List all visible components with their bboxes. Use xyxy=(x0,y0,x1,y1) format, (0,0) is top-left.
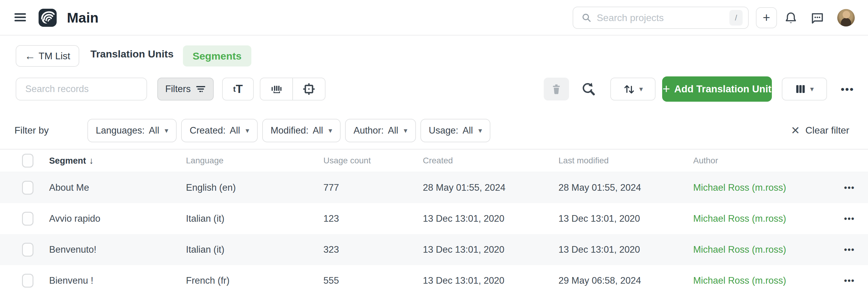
trash-icon xyxy=(550,83,563,95)
usage-count-cell: 555 xyxy=(323,275,339,286)
create-new-button[interactable]: + xyxy=(756,7,777,28)
row-checkbox[interactable] xyxy=(22,274,33,288)
toolbar: Filters tT xyxy=(0,72,868,112)
column-header-last-modified[interactable]: Last modified xyxy=(558,156,609,166)
page-title: Main xyxy=(67,10,98,26)
text-size-button[interactable]: tT xyxy=(222,78,254,101)
caret-down-icon: ▾ xyxy=(639,85,643,93)
table-row[interactable]: Benvenuto! Italian (it) 323 13 Dec 13:01… xyxy=(0,234,868,265)
selection-target-icon xyxy=(302,82,316,96)
author-link[interactable]: Michael Ross (m.ross) xyxy=(693,213,786,224)
language-cell: Italian (it) xyxy=(186,213,224,224)
add-translation-unit-button[interactable]: + Add Translation Unit xyxy=(662,76,772,102)
user-avatar[interactable] xyxy=(837,9,855,27)
back-to-tm-list-button[interactable]: ← TM List xyxy=(16,45,79,67)
table-row[interactable]: Bienvenu ! French (fr) 555 13 Dec 13:01,… xyxy=(0,265,868,293)
row-checkbox[interactable] xyxy=(22,181,33,195)
column-header-created[interactable]: Created xyxy=(423,156,453,166)
filter-lines-icon xyxy=(195,84,206,94)
segments-table: Segment↓ Language Usage count Created La… xyxy=(0,149,868,293)
segment-cell: Avvio rapido xyxy=(49,213,100,224)
columns-button[interactable]: ▾ xyxy=(782,78,827,101)
last-modified-cell: 13 Dec 13:01, 2020 xyxy=(558,244,640,255)
filter-chip-author[interactable]: Author: All ▾ xyxy=(345,119,415,142)
search-records-input[interactable] xyxy=(25,84,137,95)
last-modified-cell: 29 May 06:58, 2024 xyxy=(558,275,641,286)
notifications-button[interactable] xyxy=(783,10,799,26)
project-search[interactable]: / xyxy=(572,7,749,29)
filter-chip-usage[interactable]: Usage: All ▾ xyxy=(421,119,491,142)
shortcut-key-badge: / xyxy=(730,10,743,26)
row-actions-button[interactable]: ••• xyxy=(844,183,855,192)
caret-down-icon: ▾ xyxy=(164,126,168,135)
close-icon: ✕ xyxy=(791,124,800,137)
caret-down-icon: ▾ xyxy=(404,126,407,135)
row-checkbox[interactable] xyxy=(22,212,33,226)
chip-value: All xyxy=(230,125,240,136)
chip-name: Usage: xyxy=(429,125,458,136)
caret-down-icon: ▾ xyxy=(810,85,814,93)
plus-icon: + xyxy=(662,83,670,95)
chip-name: Created: xyxy=(190,125,225,136)
chip-value: All xyxy=(388,125,398,136)
clear-filter-button[interactable]: ✕ Clear filter xyxy=(791,112,849,149)
placeholder-view-button[interactable] xyxy=(293,78,325,100)
usage-count-cell: 123 xyxy=(323,213,339,224)
sort-desc-icon: ↓ xyxy=(89,155,93,166)
filters-button[interactable]: Filters xyxy=(157,78,214,101)
search-replace-button[interactable] xyxy=(579,80,597,98)
author-link[interactable]: Michael Ross (m.ross) xyxy=(693,244,786,255)
row-checkbox[interactable] xyxy=(22,243,33,257)
filter-chip-modified[interactable]: Modified: All ▾ xyxy=(262,119,341,142)
columns-icon xyxy=(795,84,806,95)
chip-name: Modified: xyxy=(271,125,309,136)
select-all-checkbox[interactable] xyxy=(22,154,33,168)
tab-translation-units[interactable]: Translation Units xyxy=(90,36,174,72)
barcode-view-button[interactable] xyxy=(260,78,293,100)
created-cell: 13 Dec 13:01, 2020 xyxy=(423,244,504,255)
chip-name: Languages: xyxy=(96,125,145,136)
author-link[interactable]: Michael Ross (m.ross) xyxy=(693,182,786,193)
column-header-segment[interactable]: Segment↓ xyxy=(49,155,93,166)
caret-down-icon: ▾ xyxy=(478,126,482,135)
menu-icon[interactable] xyxy=(14,11,27,24)
barcode-icon xyxy=(270,82,283,96)
segment-cell: About Me xyxy=(49,182,89,193)
column-header-author[interactable]: Author xyxy=(693,156,718,166)
delete-selected-button[interactable] xyxy=(544,78,569,101)
sort-button[interactable]: ▾ xyxy=(610,78,655,101)
chip-value: All xyxy=(313,125,323,136)
created-cell: 28 May 01:55, 2024 xyxy=(423,182,505,193)
filter-chips: Languages: All ▾ Created: All ▾ Modified… xyxy=(87,119,490,142)
language-cell: English (en) xyxy=(186,182,236,193)
filter-chip-created[interactable]: Created: All ▾ xyxy=(181,119,257,142)
filter-by-label: Filter by xyxy=(14,125,49,136)
row-actions-button[interactable]: ••• xyxy=(844,276,855,286)
last-modified-cell: 13 Dec 13:01, 2020 xyxy=(558,213,640,224)
row-actions-button[interactable]: ••• xyxy=(844,214,855,223)
view-mode-group xyxy=(260,78,326,101)
table-row[interactable]: About Me English (en) 777 28 May 01:55, … xyxy=(0,172,868,203)
filter-bar: Filter by Languages: All ▾ Created: All … xyxy=(0,112,868,149)
search-projects-input[interactable] xyxy=(597,12,730,24)
column-header-language[interactable]: Language xyxy=(186,156,224,166)
app-logo[interactable] xyxy=(38,9,57,27)
more-actions-button[interactable]: ••• xyxy=(835,78,860,101)
chip-name: Author: xyxy=(353,125,384,136)
nav-row: ← TM List Translation Units Segments xyxy=(0,36,868,72)
author-link[interactable]: Michael Ross (m.ross) xyxy=(693,275,786,286)
records-search[interactable] xyxy=(16,78,147,101)
column-header-usage-count[interactable]: Usage count xyxy=(323,156,371,166)
sort-updown-icon xyxy=(623,83,635,95)
usage-count-cell: 323 xyxy=(323,244,339,255)
search-icon xyxy=(582,13,591,23)
row-actions-button[interactable]: ••• xyxy=(844,245,855,255)
text-size-small-glyph: t xyxy=(233,84,236,94)
tab-segments[interactable]: Segments xyxy=(183,45,251,67)
feedback-chat-button[interactable] xyxy=(809,10,825,26)
text-size-big-glyph: T xyxy=(236,83,243,96)
chip-value: All xyxy=(149,125,159,136)
table-row[interactable]: Avvio rapido Italian (it) 123 13 Dec 13:… xyxy=(0,203,868,234)
language-cell: Italian (it) xyxy=(186,244,224,255)
filter-chip-languages[interactable]: Languages: All ▾ xyxy=(87,119,177,142)
